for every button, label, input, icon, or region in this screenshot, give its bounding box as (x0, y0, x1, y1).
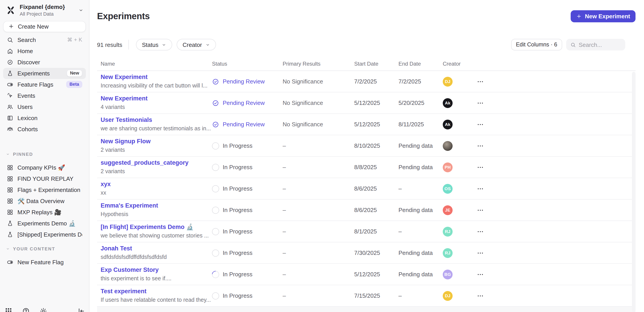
sidebar-item[interactable]: Lexicon (3, 113, 86, 124)
status-label: Pending Review (223, 121, 265, 128)
status-label: In Progress (223, 292, 252, 299)
row-actions-kebab[interactable] (474, 140, 486, 152)
start-date-value: 8/6/2025 (354, 185, 398, 192)
circle-icon (212, 142, 219, 149)
sidebar-item[interactable]: Discover (3, 57, 86, 68)
start-date-value: 7/2/2025 (354, 78, 398, 85)
toolbar-right: Edit Columns · 6 (511, 39, 625, 50)
sidebar-item[interactable]: Cohorts (3, 124, 86, 135)
creator-avatar-OS: OS (443, 184, 452, 193)
primary-results-value: – (283, 292, 354, 299)
row-actions-kebab[interactable] (474, 76, 486, 87)
row-actions-kebab[interactable] (474, 226, 486, 237)
column-header-name[interactable]: Name (97, 61, 212, 67)
experiment-name-link[interactable]: Jonah Test (100, 245, 212, 252)
sidebar-item[interactable]: Search ⌘ + K (3, 34, 86, 45)
table-row: New Signup Flow 2 variants In Progress –… (97, 135, 636, 157)
experiment-name-link[interactable]: Emma's Experiment (100, 202, 212, 210)
sidebar-pinned-item[interactable]: FIND YOUR REPLAY (3, 173, 86, 184)
row-actions-kebab[interactable] (474, 269, 486, 280)
help-icon[interactable] (22, 307, 30, 312)
table-row: Exp Customer Story this experiment is to… (97, 264, 636, 285)
experiment-name-link[interactable]: User Testimonials (100, 117, 212, 124)
column-header-primary-results[interactable]: Primary Results (283, 61, 354, 67)
table-scrollbar[interactable] (632, 72, 636, 312)
column-header-end-date[interactable]: End Date (398, 61, 443, 67)
row-actions-kebab[interactable] (474, 97, 486, 109)
sidebar-item[interactable]: Feature Flags Beta (3, 79, 86, 90)
results-count: 91 results (97, 41, 122, 48)
creator-avatar-RJ: RJ (443, 227, 452, 236)
sidebar-content-item[interactable]: New Feature Flag (3, 257, 86, 268)
primary-results-value: – (283, 164, 354, 170)
create-new-button[interactable]: Create New (3, 21, 86, 32)
start-date-value: 7/30/2025 (354, 250, 398, 256)
column-header-status[interactable]: Status (212, 61, 283, 67)
new-experiment-button[interactable]: New Experiment (571, 10, 636, 22)
pinned-item-label: [Shipped] Experiments Demo 🖊️ (18, 231, 82, 238)
sidebar-item[interactable]: Events (3, 90, 86, 101)
sidebar-pinned-item[interactable]: [Shipped] Experiments Demo 🖊️ (3, 229, 86, 240)
column-header-creator[interactable]: Creator (443, 61, 474, 67)
sidebar-pinned-item[interactable]: Experiments Demo 🔬 (3, 218, 86, 229)
experiment-name-link[interactable]: New Signup Flow (100, 138, 212, 145)
workspace-switcher[interactable]: Fixpanel {demo} All Project Data (0, 0, 89, 17)
ellipsis-icon (477, 228, 484, 235)
circle-icon (212, 292, 219, 299)
status-filter-dropdown[interactable]: Status (136, 39, 172, 50)
circle-icon (212, 249, 219, 256)
sidebar-item[interactable]: Users (3, 101, 86, 113)
status-label: In Progress (223, 207, 252, 213)
experiment-name-link[interactable]: [In Flight] Experiments Demo 🔬 (100, 224, 212, 231)
board-grid-icon (7, 209, 14, 216)
ellipsis-icon (477, 185, 484, 192)
status-label: In Progress (223, 164, 252, 170)
experiment-name-link[interactable]: xyx (100, 181, 212, 188)
sidebar-item[interactable]: Home (3, 45, 86, 57)
collapse-sidebar-icon[interactable] (77, 307, 85, 312)
edit-columns-button[interactable]: Edit Columns · 6 (511, 39, 562, 50)
page-header: Experiments New Experiment (97, 0, 636, 22)
cohorts-icon (7, 126, 14, 133)
experiment-description: 4 variants (100, 104, 212, 111)
end-date-value: Pending data (398, 250, 443, 256)
chevron-down-icon (78, 7, 84, 13)
experiment-description: sdfdsfdsfsdfdffdfdsfsdfdsfd (100, 254, 212, 260)
sidebar-pinned-item[interactable]: Company KPIs 🚀 (3, 162, 86, 173)
fixpanel-logo-icon (6, 5, 16, 15)
table-row: New Experiment 4 variants Pending Review… (97, 92, 636, 114)
sidebar-pinned-item[interactable]: Flags + Experimentation Demo , (3, 184, 86, 195)
experiment-name-link[interactable]: Exp Customer Story (100, 267, 212, 274)
settings-gear-icon[interactable] (39, 307, 48, 312)
row-actions-kebab[interactable] (474, 204, 486, 216)
check-circle-icon (212, 121, 219, 128)
row-actions-kebab[interactable] (474, 183, 486, 194)
sidebar-pinned-item[interactable]: MXP Replays 🎥 (3, 207, 86, 218)
row-actions-kebab[interactable] (474, 161, 486, 173)
search-input[interactable] (579, 41, 621, 48)
feature-flags-toggle-icon (7, 81, 14, 88)
sidebar-pinned-item[interactable]: 🛠️ Data Overview (3, 195, 86, 207)
table-row: xyx xx In Progress – 8/6/2025 – OS (97, 178, 636, 199)
spinner-icon (210, 269, 220, 279)
apps-grid-icon[interactable] (4, 307, 12, 312)
experiment-name-link[interactable]: suggested_products_category (100, 159, 212, 167)
your-content-list: New Feature Flag (3, 257, 86, 268)
creator-avatar-DJ: DJ (443, 77, 452, 86)
pinned-section-header[interactable]: PINNED (6, 152, 83, 157)
creator-avatar-Ak: Ak (443, 98, 452, 108)
row-actions-kebab[interactable] (474, 247, 486, 259)
column-header-start-date[interactable]: Start Date (354, 61, 398, 67)
sidebar-item[interactable]: Experiments New (3, 68, 86, 79)
status-label: In Progress (223, 250, 252, 256)
experiment-name-link[interactable]: New Experiment (100, 74, 212, 81)
experiment-name-link[interactable]: New Experiment (100, 95, 212, 102)
circle-icon (212, 206, 219, 214)
sidebar-bottom-bar (4, 307, 85, 312)
status-label: In Progress (223, 228, 252, 235)
your-content-section-header[interactable]: YOUR CONTENT (6, 246, 83, 251)
creator-filter-dropdown[interactable]: Creator (177, 39, 216, 50)
experiment-name-link[interactable]: Test experiment (100, 288, 212, 295)
row-actions-kebab[interactable] (474, 290, 486, 302)
row-actions-kebab[interactable] (474, 119, 486, 130)
